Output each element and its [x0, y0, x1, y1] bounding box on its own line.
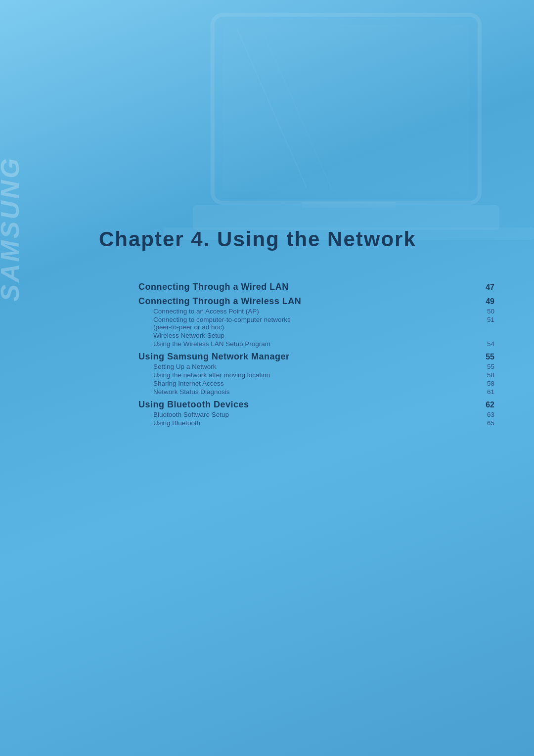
chapter-title: Chapter 4. Using the Network	[99, 227, 514, 251]
toc-page-network-manager: 55	[477, 353, 494, 361]
toc-entry-wireless-lan: Connecting Through a Wireless LAN 49	[138, 296, 494, 307]
toc-page-access-point: 50	[477, 308, 494, 315]
toc-sub-peer-to-peer: Connecting to computer-to-computer netwo…	[138, 316, 494, 331]
toc-sub-moving-location: Using the network after moving location …	[138, 371, 494, 379]
toc-label-moving-location: Using the network after moving location	[153, 371, 477, 379]
toc-entry-network-manager: Using Samsung Network Manager 55	[138, 352, 494, 362]
toc-page-wired-lan: 47	[477, 283, 494, 292]
toc-page-sharing-internet: 58	[477, 380, 494, 387]
toc-sub-network-diagnosis: Network Status Diagnosis 61	[138, 388, 494, 396]
toc-sub-wireless-lan-program: Using the Wireless LAN Setup Program 54	[138, 340, 494, 348]
toc-page-setting-up-network: 55	[477, 363, 494, 370]
toc-page-bluetooth-setup: 63	[477, 411, 494, 418]
toc-group-wired-lan: Connecting Through a Wired LAN 47	[138, 282, 494, 292]
toc-page-network-diagnosis: 61	[477, 388, 494, 396]
chapter-title-section: Chapter 4. Using the Network	[99, 227, 514, 271]
toc-label-bluetooth: Using Bluetooth Devices	[138, 400, 477, 410]
toc-page-moving-location: 58	[477, 371, 494, 379]
toc-entry-bluetooth: Using Bluetooth Devices 62	[138, 400, 494, 410]
svg-rect-4	[302, 202, 396, 208]
toc-page-using-bluetooth: 65	[477, 419, 494, 427]
toc-label-wireless-lan: Connecting Through a Wireless LAN	[138, 296, 477, 307]
toc-label-access-point: Connecting to an Access Point (AP)	[153, 308, 477, 315]
toc-label-peer-to-peer: Connecting to computer-to-computer netwo…	[153, 316, 477, 331]
toc-sub-access-point: Connecting to an Access Point (AP) 50	[138, 308, 494, 315]
toc-label-wired-lan: Connecting Through a Wired LAN	[138, 282, 477, 292]
toc-page-wireless-lan: 49	[477, 297, 494, 306]
toc-label-network-diagnosis: Network Status Diagnosis	[153, 388, 477, 396]
toc-group-bluetooth: Using Bluetooth Devices 62 Bluetooth Sof…	[138, 400, 494, 427]
toc-group-wireless-lan: Connecting Through a Wireless LAN 49 Con…	[138, 296, 494, 348]
toc-page-peer-to-peer: 51	[477, 316, 494, 323]
toc-page-wireless-lan-program: 54	[477, 340, 494, 348]
toc-page-bluetooth: 62	[477, 400, 494, 409]
toc-sub-wireless-setup: Wireless Network Setup	[138, 332, 494, 339]
toc-sub-using-bluetooth: Using Bluetooth 65	[138, 419, 494, 427]
toc-entry-wired-lan: Connecting Through a Wired LAN 47	[138, 282, 494, 292]
toc-label-setting-up-network: Setting Up a Network	[153, 363, 477, 370]
svg-rect-2	[193, 205, 499, 230]
toc-label-bluetooth-setup: Bluetooth Software Setup	[153, 411, 477, 418]
toc-group-network-manager: Using Samsung Network Manager 55 Setting…	[138, 352, 494, 396]
toc-sub-setting-up-network: Setting Up a Network 55	[138, 363, 494, 370]
toc-label-sharing-internet: Sharing Internet Access	[153, 380, 477, 387]
toc-label-wireless-setup: Wireless Network Setup	[153, 332, 477, 339]
toc-label-network-manager: Using Samsung Network Manager	[138, 352, 477, 362]
toc-label-wireless-lan-program: Using the Wireless LAN Setup Program	[153, 340, 477, 348]
toc-label-using-bluetooth: Using Bluetooth	[153, 419, 477, 427]
samsung-watermark: SAMSUNG	[0, 156, 25, 302]
toc-sub-bluetooth-setup: Bluetooth Software Setup 63	[138, 411, 494, 418]
svg-rect-1	[222, 25, 470, 193]
toc-container: Connecting Through a Wired LAN 47 Connec…	[138, 282, 494, 431]
toc-sub-sharing-internet: Sharing Internet Access 58	[138, 380, 494, 387]
